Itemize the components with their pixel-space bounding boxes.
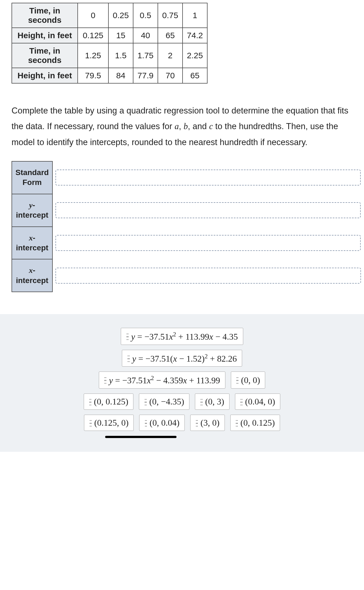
tile-label: (0, 3)	[205, 397, 224, 407]
data-table-cell: 1	[183, 3, 207, 28]
drag-handle-icon: ::::	[89, 420, 91, 426]
drag-handle-icon: ::::	[200, 399, 202, 405]
tile-bank: ::::y = −37.51x2 + 113.99x − 4.35::::y =…	[0, 314, 364, 452]
data-table-cell: 84	[108, 68, 133, 83]
answer-tile[interactable]: ::::y = −37.51(x − 1.52)2 + 82.26	[122, 350, 242, 367]
data-table-cell: 15	[108, 28, 133, 43]
answer-row-label: x-intercept	[12, 259, 52, 292]
tile-label: (0.125, 0)	[94, 418, 128, 428]
tile-label: (0, −4.35)	[149, 397, 184, 407]
answer-row-label: StandardForm	[12, 161, 52, 194]
data-table-cell: 0.75	[158, 3, 183, 28]
data-table-row-label: Time, in seconds	[12, 43, 78, 68]
answer-tile[interactable]: ::::(0, 0.125)	[84, 394, 134, 410]
answer-tile[interactable]: ::::(0, 3)	[195, 394, 229, 410]
dropzone[interactable]	[55, 170, 361, 185]
drag-handle-icon: ::::	[127, 355, 129, 361]
drag-handle-icon: ::::	[144, 420, 147, 426]
answer-tile[interactable]: ::::(0, −4.35)	[139, 394, 189, 410]
tile-label: (0, 0.125)	[240, 418, 275, 428]
data-table-cell: 77.9	[133, 68, 158, 83]
data-table-cell: 65	[158, 28, 183, 43]
tile-label: (0, 0.04)	[150, 418, 180, 428]
data-table-cell: 1.75	[133, 43, 158, 68]
answer-tile[interactable]: ::::y = −37.51x2 − 4.359x + 113.99	[99, 372, 225, 389]
data-table-row-label: Height, in feet	[12, 28, 78, 43]
data-table-cell: 0.25	[108, 3, 133, 28]
answer-row-label: x-intercept	[12, 227, 52, 259]
data-table-cell: 74.2	[183, 28, 207, 43]
drag-handle-icon: ::::	[126, 333, 128, 339]
answer-tile[interactable]: ::::(0, 0.125)	[230, 415, 280, 431]
answer-tile[interactable]: ::::(0.04, 0)	[235, 394, 281, 410]
data-table-cell: 2	[158, 43, 183, 68]
answer-table: StandardFormy-interceptx-interceptx-inte…	[12, 161, 364, 292]
answer-tile[interactable]: ::::(3, 0)	[190, 415, 225, 431]
tile-label: y = −37.51(x − 1.52)2 + 82.26	[132, 353, 237, 364]
answer-tile[interactable]: ::::(0, 0.04)	[139, 415, 185, 431]
data-table-row-label: Time, in seconds	[12, 3, 78, 28]
data-table-cell: 1.5	[108, 43, 133, 68]
scroll-indicator	[105, 436, 177, 438]
instructions-text: Complete the table by using a quadratic …	[12, 103, 352, 150]
answer-tile[interactable]: ::::y = −37.51x2 + 113.99x − 4.35	[121, 328, 243, 345]
data-table-row-label: Height, in feet	[12, 68, 78, 83]
dropzone[interactable]	[55, 268, 361, 284]
data-table-cell: 0.5	[133, 3, 158, 28]
answer-row-label: y-intercept	[12, 194, 52, 227]
dropzone[interactable]	[55, 235, 361, 251]
tile-label: (0.04, 0)	[245, 397, 275, 407]
data-table-cell: 2.25	[183, 43, 207, 68]
data-table-cell: 79.5	[78, 68, 108, 83]
answer-tile[interactable]: ::::(0.125, 0)	[84, 415, 134, 431]
dropzone[interactable]	[55, 202, 361, 218]
answer-tile[interactable]: ::::(0, 0)	[231, 372, 265, 389]
drag-handle-icon: ::::	[236, 377, 238, 383]
data-table-cell: 0.125	[78, 28, 108, 43]
data-table-cell: 40	[133, 28, 158, 43]
drag-handle-icon: ::::	[195, 420, 198, 426]
data-table-cell: 65	[183, 68, 207, 83]
tile-label: y = −37.51x2 + 113.99x − 4.35	[131, 331, 238, 342]
drag-handle-icon: ::::	[236, 420, 238, 426]
tile-label: (3, 0)	[200, 418, 219, 428]
drag-handle-icon: ::::	[144, 399, 146, 405]
data-table: Time, in seconds00.250.50.751Height, in …	[12, 3, 208, 84]
data-table-cell: 70	[158, 68, 183, 83]
drag-handle-icon: ::::	[89, 399, 91, 405]
data-table-cell: 1.25	[78, 43, 108, 68]
drag-handle-icon: ::::	[240, 399, 242, 405]
tile-label: y = −37.51x2 − 4.359x + 113.99	[109, 375, 220, 386]
data-table-cell: 0	[78, 3, 108, 28]
drag-handle-icon: ::::	[104, 377, 106, 383]
tile-label: (0, 0.125)	[94, 397, 128, 407]
tile-label: (0, 0)	[241, 375, 260, 385]
